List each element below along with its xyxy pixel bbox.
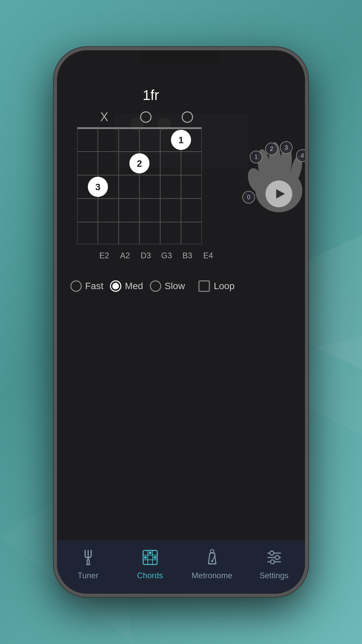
speed-radio-group: Fast Med Slow xyxy=(70,280,185,292)
bottom-nav: Tuner xyxy=(57,540,305,594)
finger-number-3: 3 xyxy=(95,182,101,192)
playback-controls: Fast Med Slow Loop xyxy=(70,280,292,292)
hand-illustration-area: 0 1 2 3 4 xyxy=(232,117,305,225)
svg-point-48 xyxy=(210,549,214,553)
svg-text:1: 1 xyxy=(254,154,258,160)
string-label-a2: A2 xyxy=(115,251,135,260)
chords-icon xyxy=(139,547,161,568)
string-open-markers: X xyxy=(77,110,219,124)
string-label-d3: D3 xyxy=(135,251,156,260)
svg-point-47 xyxy=(211,560,213,562)
tuner-icon xyxy=(77,547,99,568)
nav-label-settings: Settings xyxy=(259,571,289,580)
svg-point-54 xyxy=(270,560,275,564)
metronome-icon xyxy=(201,547,223,568)
string-marker-e2: X xyxy=(94,110,115,124)
svg-text:3: 3 xyxy=(285,144,288,151)
power-button[interactable] xyxy=(306,191,308,238)
settings-icon xyxy=(263,547,285,568)
chord-diagram: X xyxy=(77,110,219,260)
string-labels: E2 A2 D3 G3 B3 E4 xyxy=(77,251,219,260)
string-label-e2: E2 xyxy=(94,251,115,260)
string-marker-d3 xyxy=(135,111,156,123)
fretboard-svg: 1 2 3 xyxy=(77,127,202,244)
svg-point-42 xyxy=(144,556,147,559)
speed-med-option[interactable]: Med xyxy=(110,280,143,292)
svg-point-43 xyxy=(149,551,152,554)
string-label-g3: G3 xyxy=(156,251,177,260)
chord-area: X xyxy=(70,110,292,260)
x-marker: X xyxy=(100,110,108,124)
nav-item-metronome[interactable]: Metronome xyxy=(181,547,243,580)
finger-number-2: 2 xyxy=(137,158,142,169)
speed-fast-radio[interactable] xyxy=(70,280,82,292)
speed-slow-label: Slow xyxy=(165,281,185,291)
screen: Am 1fr X xyxy=(57,50,305,594)
loop-checkbox[interactable] xyxy=(198,280,210,292)
nav-label-tuner: Tuner xyxy=(78,571,99,580)
nav-item-chords[interactable]: Chords xyxy=(119,547,181,580)
fretboard-container: 1 2 3 xyxy=(77,127,219,246)
phone-frame: Am 1fr X xyxy=(54,47,308,597)
loop-option[interactable]: Loop xyxy=(198,280,235,292)
string-label-b3: B3 xyxy=(177,251,198,260)
volume-down-button[interactable] xyxy=(54,201,56,228)
svg-text:2: 2 xyxy=(270,146,273,152)
nav-label-chords: Chords xyxy=(137,571,163,580)
string-label-e4: E4 xyxy=(198,251,219,260)
open-circle-d3 xyxy=(140,111,152,123)
speed-med-radio[interactable] xyxy=(110,280,121,292)
finger-number-1: 1 xyxy=(178,135,184,145)
hand-svg: 0 1 2 3 4 xyxy=(232,117,305,224)
volume-up-button[interactable] xyxy=(54,164,56,191)
string-marker-b3 xyxy=(177,111,198,123)
speed-slow-option[interactable]: Slow xyxy=(150,280,185,292)
speed-fast-option[interactable]: Fast xyxy=(70,280,103,292)
svg-point-44 xyxy=(154,556,156,559)
svg-point-52 xyxy=(270,551,274,555)
nav-label-metronome: Metronome xyxy=(192,571,232,580)
speed-med-label: Med xyxy=(125,281,143,291)
open-circle-b3 xyxy=(182,111,193,123)
fret-position-label: 1fr xyxy=(57,87,292,103)
speed-slow-radio[interactable] xyxy=(150,280,161,292)
svg-point-53 xyxy=(275,555,279,559)
svg-text:4: 4 xyxy=(301,152,304,159)
speed-fast-label: Fast xyxy=(85,281,103,291)
loop-label: Loop xyxy=(214,281,235,291)
main-content: Am 1fr X xyxy=(57,70,305,540)
nav-item-settings[interactable]: Settings xyxy=(243,547,305,580)
svg-text:0: 0 xyxy=(247,194,250,201)
nav-item-tuner[interactable]: Tuner xyxy=(57,547,119,580)
notch xyxy=(141,50,221,65)
